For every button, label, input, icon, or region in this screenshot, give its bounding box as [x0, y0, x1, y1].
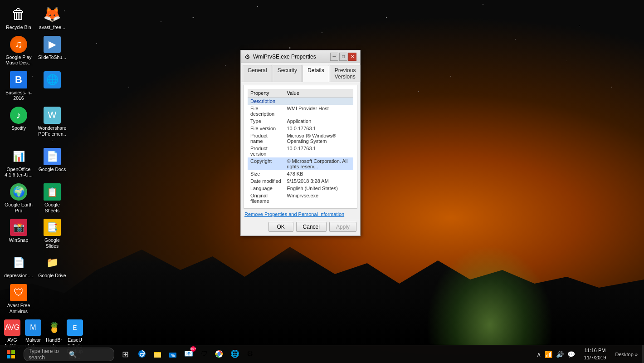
desktop-icon-google-play-music[interactable]: ♫ Google Play Music Des... [2, 33, 35, 69]
slidetoshu-icon: ▶ [44, 36, 61, 53]
chrome-icon [215, 350, 223, 358]
minimize-button[interactable]: ─ [330, 53, 338, 61]
taskbar-store[interactable]: 🛍 [165, 345, 181, 363]
desktop-peek[interactable] [642, 345, 644, 363]
desktop-icon-openoffice[interactable]: 📊 OpenOffice 4.1.6 (en-U... [2, 145, 35, 181]
tent-glow [426, 245, 553, 345]
table-row[interactable]: Product version 10.0.17763.1 [248, 145, 353, 157]
taskbar-msg[interactable]: 📧 99+ [181, 345, 197, 363]
google-slides-label: Google Slides [38, 237, 67, 249]
dialog-footer: OK Cancel Apply [241, 219, 360, 235]
desktop-icon-slidetoshu[interactable]: ▶ SlideToShu... [36, 33, 68, 69]
tab-previous-versions[interactable]: Previous Versions [330, 65, 361, 82]
table-row[interactable]: File description WMI Provider Host [248, 105, 353, 118]
google-drive-icon: 📁 [44, 254, 61, 271]
property-copyright: Copyright [248, 157, 284, 170]
taskbar-shield[interactable]: 🛡 [197, 345, 211, 363]
volume-icon[interactable]: 🔊 [555, 350, 565, 359]
property-type: Type [248, 118, 284, 125]
ok-button[interactable]: OK [268, 222, 293, 232]
cancel-button[interactable]: Cancel [296, 222, 327, 232]
property-size: Size [248, 170, 284, 177]
table-row[interactable]: Date modified 9/15/2018 3:28 AM [248, 177, 353, 185]
icon-row-4: 📊 OpenOffice 4.1.6 (en-U... 📄 Google Doc… [2, 145, 70, 181]
google-play-music-icon: ♫ [10, 36, 27, 53]
desktop-icon-google-sheets[interactable]: 📋 Google Sheets [36, 181, 68, 216]
google-docs-icon: 📄 [44, 148, 61, 165]
property-file-version: File version [248, 125, 284, 132]
table-row[interactable]: File version 10.0.17763.1 [248, 125, 353, 132]
winsnap-label: WinSnap [9, 237, 29, 243]
desktop-icon-google-docs[interactable]: 📄 Google Docs [36, 145, 68, 181]
dialog-titlebar[interactable]: ⚙ WmiPrvSE.exe Properties ─ □ ✕ [241, 50, 360, 63]
close-button[interactable]: ✕ [348, 53, 356, 61]
desktop-icon-google-drive[interactable]: 📁 Google Drive [36, 251, 68, 281]
table-row[interactable]: Language English (United States) [248, 185, 353, 192]
desktop-icon-google-slides[interactable]: 📑 Google Slides [36, 216, 68, 251]
details-table: Property Value Description File descript… [248, 89, 353, 205]
maximize-button[interactable]: □ [339, 53, 347, 61]
property-file-description: File description [248, 105, 284, 118]
google-slides-icon: 📑 [44, 219, 61, 236]
table-row-selected[interactable]: Copyright © Microsoft Corporation. All r… [248, 157, 353, 170]
business-label: Business-in-2016 [4, 90, 33, 101]
handbrake-icon: 🍍 [46, 319, 62, 336]
desktop-icon-avast[interactable]: 🦊 avast_free... [36, 2, 68, 33]
avast-label: avast_free... [39, 25, 65, 30]
value-original-filename: Wmiprvse.exe [284, 192, 353, 205]
svg-rect-3 [11, 355, 15, 358]
task-view-button[interactable]: ⊞ [116, 345, 134, 363]
value-header: Value [284, 89, 353, 98]
dialog-tabs: General Security Details Previous Versio… [241, 63, 360, 82]
malwarebytes-icon: M [25, 319, 41, 336]
taskbar-chrome[interactable] [211, 345, 227, 363]
taskbar-edge[interactable] [134, 345, 150, 363]
table-row[interactable]: Original filename Wmiprvse.exe [248, 192, 353, 205]
taskbar: Type here to search 🔍 ⊞ 🛍 [0, 345, 644, 363]
clock[interactable]: 11:16 PM 11/7/2019 [580, 345, 611, 363]
value-language: English (United States) [284, 185, 353, 192]
desktop-icon-recycle-bin[interactable]: 🗑 Recycle Bin [2, 2, 35, 33]
tab-details[interactable]: Details [302, 65, 329, 82]
icon-row-7: 📄 depression-... 📁 Google Drive [2, 251, 70, 281]
search-box[interactable]: Type here to search 🔍 [24, 348, 114, 361]
google-play-music-label: Google Play Music Des... [4, 54, 33, 66]
desktop-icon-winsnap[interactable]: 📸 WinSnap [2, 216, 35, 251]
tab-security[interactable]: Security [273, 65, 302, 82]
desktop-icon-ie[interactable]: 🌐 [36, 69, 68, 104]
desktop-icon-google-earth-pro[interactable]: 🌍 Google Earth Pro [2, 181, 35, 216]
table-header-row: Property Value [248, 89, 353, 98]
svg-rect-6 [154, 353, 161, 358]
chevron-icon[interactable]: ∧ [536, 350, 542, 359]
value-file-description: WMI Provider Host [284, 105, 353, 118]
desktop-icon-business[interactable]: B Business-in-2016 [2, 69, 35, 104]
taskbar-browser2[interactable]: 🌐 [227, 345, 243, 363]
desktop-icon-spotify[interactable]: ♪ Spotify [2, 104, 35, 145]
apply-button[interactable]: Apply [329, 222, 356, 232]
show-desktop-button[interactable]: Desktop » [611, 352, 641, 357]
openoffice-icon: 📊 [10, 148, 27, 165]
start-button[interactable] [0, 345, 22, 363]
easeus-icon: E [67, 319, 83, 336]
desktop: 🗑 Recycle Bin 🦊 avast_free... ♫ Google P… [0, 0, 644, 363]
value-copyright: © Microsoft Corporation. All rights rese… [284, 157, 353, 170]
value-size: 478 KB [284, 170, 353, 177]
property-header: Property [248, 89, 284, 98]
desktop-icon-wondershare[interactable]: W Wondershare PDFelemen... [36, 104, 68, 145]
table-row[interactable]: Product name Microsoft® Windows® Operati… [248, 132, 353, 145]
table-row[interactable]: Type Application [248, 118, 353, 125]
value-product-name: Microsoft® Windows® Operating System [284, 132, 353, 145]
remove-properties-link[interactable]: Remove Properties and Personal Informati… [244, 211, 356, 217]
table-row[interactable]: Size 478 KB [248, 170, 353, 177]
desktop-icon-depression[interactable]: 📄 depression-... [2, 251, 35, 281]
wondershare-label: Wondershare PDFelemen... [38, 125, 67, 142]
explorer-icon [153, 350, 161, 358]
tab-general[interactable]: General [243, 65, 272, 82]
google-sheets-label: Google Sheets [38, 202, 67, 213]
taskbar-app9[interactable]: ⚙ [243, 345, 257, 363]
property-product-name: Product name [248, 132, 284, 145]
network-icon[interactable]: 📶 [544, 350, 553, 359]
taskbar-explorer[interactable] [150, 345, 165, 363]
desktop-icon-avast-antivirus[interactable]: 🛡 Avast Free Antivirus [2, 281, 35, 317]
notification-icon[interactable]: 💬 [566, 350, 576, 359]
